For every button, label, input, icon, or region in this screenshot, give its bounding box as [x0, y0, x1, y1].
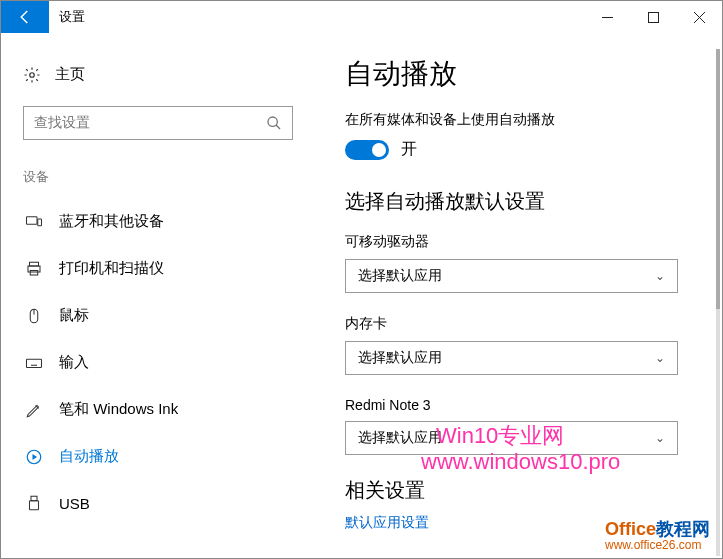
- search-icon: [266, 115, 282, 131]
- sidebar-item-printers[interactable]: 打印机和扫描仪: [23, 249, 279, 288]
- autoplay-toggle[interactable]: [345, 140, 389, 160]
- combo-value: 选择默认应用: [358, 349, 655, 367]
- combo-value: 选择默认应用: [358, 429, 655, 447]
- nav-label: 输入: [59, 353, 89, 372]
- svg-rect-1: [648, 12, 658, 22]
- combo-value: 选择默认应用: [358, 267, 655, 285]
- svg-rect-8: [38, 219, 42, 226]
- nav-label: 打印机和扫描仪: [59, 259, 164, 278]
- home-label: 主页: [55, 65, 85, 84]
- devices-icon: [25, 213, 43, 231]
- page-heading: 自动播放: [345, 55, 702, 93]
- sidebar: 主页 查找设置 设备 蓝牙和其他设备 打印机和扫描仪 鼠标 输入 笔和 Wind…: [1, 33, 301, 558]
- nav-label: 自动播放: [59, 447, 119, 466]
- minimize-button[interactable]: [584, 1, 630, 33]
- mouse-icon: [25, 307, 43, 325]
- svg-rect-11: [30, 270, 38, 275]
- scrollbar[interactable]: [716, 49, 720, 556]
- sidebar-item-bluetooth[interactable]: 蓝牙和其他设备: [23, 202, 279, 241]
- window-title: 设置: [49, 1, 95, 33]
- chevron-down-icon: ⌄: [655, 351, 665, 365]
- svg-rect-9: [30, 262, 39, 266]
- home-link[interactable]: 主页: [23, 65, 279, 84]
- search-placeholder: 查找设置: [34, 114, 266, 132]
- field-label-redmi: Redmi Note 3: [345, 397, 702, 413]
- nav-label: 鼠标: [59, 306, 89, 325]
- svg-point-5: [268, 117, 277, 126]
- usb-icon: [25, 494, 43, 512]
- chevron-down-icon: ⌄: [655, 269, 665, 283]
- sidebar-item-typing[interactable]: 输入: [23, 343, 279, 382]
- sidebar-item-autoplay[interactable]: 自动播放: [23, 437, 279, 476]
- pen-icon: [25, 401, 43, 419]
- svg-rect-21: [31, 496, 37, 501]
- search-input[interactable]: 查找设置: [23, 106, 293, 140]
- sidebar-item-usb[interactable]: USB: [23, 484, 279, 522]
- svg-point-4: [30, 72, 35, 77]
- default-apps-link[interactable]: 默认应用设置: [345, 514, 702, 532]
- scrollbar-thumb[interactable]: [716, 49, 720, 309]
- sidebar-item-pen[interactable]: 笔和 Windows Ink: [23, 390, 279, 429]
- sidebar-item-mouse[interactable]: 鼠标: [23, 296, 279, 335]
- gear-icon: [23, 66, 41, 84]
- autoplay-icon: [25, 448, 43, 466]
- field-label-memorycard: 内存卡: [345, 315, 702, 333]
- printer-icon: [25, 260, 43, 278]
- defaults-heading: 选择自动播放默认设置: [345, 188, 702, 215]
- svg-line-6: [276, 125, 280, 129]
- toggle-description: 在所有媒体和设备上使用自动播放: [345, 111, 702, 129]
- main-content: 自动播放 在所有媒体和设备上使用自动播放 开 选择自动播放默认设置 可移动驱动器…: [301, 33, 722, 558]
- combo-redmi-note-3[interactable]: 选择默认应用 ⌄: [345, 421, 678, 455]
- combo-memory-card[interactable]: 选择默认应用 ⌄: [345, 341, 678, 375]
- chevron-down-icon: ⌄: [655, 431, 665, 445]
- titlebar: 设置: [1, 1, 722, 33]
- nav-label: USB: [59, 495, 90, 512]
- combo-removable-drive[interactable]: 选择默认应用 ⌄: [345, 259, 678, 293]
- keyboard-icon: [25, 354, 43, 372]
- category-label: 设备: [23, 168, 279, 186]
- nav-label: 蓝牙和其他设备: [59, 212, 164, 231]
- svg-rect-14: [27, 359, 42, 367]
- toggle-state-label: 开: [401, 139, 417, 160]
- close-button[interactable]: [676, 1, 722, 33]
- svg-rect-7: [27, 216, 38, 224]
- field-label-removable: 可移动驱动器: [345, 233, 702, 251]
- nav-label: 笔和 Windows Ink: [59, 400, 178, 419]
- maximize-button[interactable]: [630, 1, 676, 33]
- related-heading: 相关设置: [345, 477, 702, 504]
- back-button[interactable]: [1, 1, 49, 33]
- svg-rect-22: [30, 501, 39, 510]
